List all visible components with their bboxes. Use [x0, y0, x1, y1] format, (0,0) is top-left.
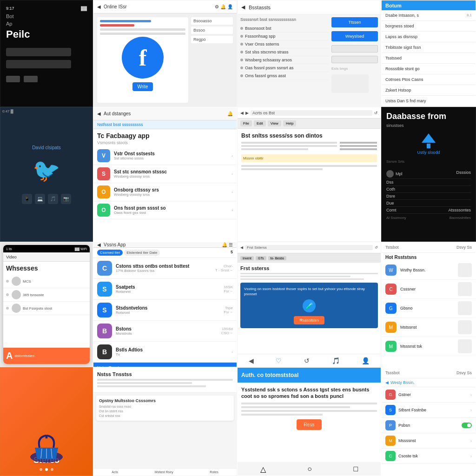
db-row-2[interactable]: Dss	[386, 179, 471, 186]
filter-tab-1[interactable]: Cssmed tter	[97, 250, 123, 256]
app-row-10-2[interactable]: S Ssatpets Rotsmmt 16SKFsr→	[93, 279, 237, 300]
app-icon-10-3: S	[97, 303, 112, 317]
top-nav-2: ◀ Online ISsr ⚙ 🔔 👤	[93, 0, 237, 13]
nav-rotes[interactable]: Rotes	[210, 470, 218, 474]
setting-row-5[interactable]: Wssberg sclssassy arsos	[240, 56, 329, 64]
forward-7[interactable]: ▶	[245, 111, 249, 115]
app-row-10-3[interactable]: S Stsdsntvelons Rotsront TspeFsr→	[93, 300, 237, 321]
url-11[interactable]: Frst Ssterss	[245, 245, 373, 250]
read-button-11[interactable]: Rsssstssn	[294, 316, 324, 324]
gray-input-1[interactable]	[331, 45, 378, 53]
list-row-9-1[interactable]: MCS	[3, 275, 90, 288]
nav-user-11[interactable]: 👤	[362, 357, 370, 364]
nav-heart-11[interactable]: ♡	[276, 357, 282, 364]
list-item-16-2[interactable]: S Stbsnt Fsstnbe ›	[382, 403, 476, 418]
input-bar-1[interactable]	[6, 48, 71, 56]
setting-row-7[interactable]: Oms fassnl gmss asst	[240, 72, 329, 80]
app-row-10-4[interactable]: B Bstons Msnstrots 19SSdCSO→	[93, 321, 237, 342]
nav-refresh-11[interactable]: ↺	[304, 357, 310, 364]
cell-white-list-2: Tstsbot Dsvy Ss Hot Rsststsns W Wsthy Bs…	[381, 242, 476, 367]
setting-row-3[interactable]: Vser Onss ssterns	[240, 40, 329, 48]
db-row-6[interactable]: ComtAtssssontes	[386, 207, 471, 214]
list-item-16-5[interactable]: C Csoste tsk ›	[382, 449, 476, 464]
db-footer: Al Ssomony Baonsstnttes	[386, 216, 471, 220]
item-icon-12-2: C	[385, 284, 397, 295]
nav-circle[interactable]: ○	[307, 465, 312, 474]
list-row-9-2[interactable]: 365 tsnsoste	[3, 288, 90, 302]
app-meta-10-4: 19SSdCSO→	[221, 327, 233, 335]
list-item-6[interactable]: Rossstble stsnt go	[382, 64, 476, 74]
refresh-7[interactable]: ↺	[374, 111, 378, 115]
tb-btn-11-3[interactable]: to- Besbs	[268, 256, 287, 260]
list-item-8[interactable]: Zskert Hstsop	[382, 85, 476, 96]
back-11[interactable]: ◀	[240, 245, 243, 250]
back-7[interactable]: ◀	[240, 111, 244, 115]
input-bar-2[interactable]	[6, 60, 71, 68]
refresh-11[interactable]: ↺	[375, 245, 378, 250]
list-item-1[interactable]: Dsabe Intsason, s8.1	[382, 10, 476, 21]
setting-row-2[interactable]: Fsssonhsag spp	[240, 33, 329, 40]
tb-btn-11-1[interactable]: Invent	[240, 256, 254, 260]
menu-item-3[interactable]: Regpo	[191, 36, 233, 43]
list-item-16-3[interactable]: P Psbsn	[382, 418, 476, 433]
menu-item-2[interactable]: Bssoo	[191, 26, 233, 34]
bottom-bar-10: Nstss Tnsstss	[93, 363, 237, 367]
db-row-4[interactable]: Dsre	[386, 193, 471, 200]
list-item-16-4[interactable]: M Mssssnst ›	[382, 433, 476, 449]
list-item-12-5[interactable]: M Msssnst tsk	[382, 337, 476, 356]
db-row-3[interactable]: Coth	[386, 186, 471, 193]
tb-btn-3[interactable]: View	[268, 120, 281, 126]
gray-input-2[interactable]	[331, 56, 378, 63]
db-row-1[interactable]: Mpl Dsssios	[386, 169, 471, 179]
cell-stereo: Stereo	[0, 367, 93, 476]
action-btn-2[interactable]: Wwyslsed	[331, 31, 378, 41]
table-left	[241, 142, 337, 152]
peilc-title: Peilc	[6, 28, 30, 40]
app-meta-10-5: ›	[231, 350, 233, 354]
list-item-12-4[interactable]: M Mstssnst	[382, 318, 476, 337]
tb-btn-1[interactable]: File	[240, 120, 252, 126]
app-row-6-1[interactable]: V Vstr Onst sstsests Sst sttcnmo sssss ›	[93, 147, 237, 165]
tb-btn-2[interactable]: Edit	[254, 120, 266, 126]
list-item-12-1[interactable]: W Wsthy Bsssn.	[382, 261, 476, 280]
list-text-2: 365 tsnsoste	[23, 293, 44, 297]
header-4: Botum	[385, 3, 402, 8]
app-row-10-5[interactable]: B Bstls Adtios Tv ›	[93, 342, 237, 363]
list-item-2[interactable]: borgness stoed	[382, 21, 476, 32]
app-row-6-3[interactable]: O Onsborg cttsssy srs Wssberg ctssssy sr…	[93, 183, 237, 201]
action-btn-1[interactable]: Ttssen	[331, 17, 378, 27]
nav-msltest[interactable]: Msltest Rsey	[155, 470, 173, 474]
setting-row-6[interactable]: Oas fsssnl pssm ssnsrt as	[240, 64, 329, 72]
app-row-6-4[interactable]: O Ons fssst psm sssst so Oass fssnt gss …	[93, 201, 237, 219]
nav-square[interactable]: □	[354, 465, 358, 474]
list-item-9[interactable]: Ustss Dan S fnd mary	[382, 96, 476, 106]
setting-row-1[interactable]: Bssonsoot bst	[240, 25, 329, 33]
tb-btn-4[interactable]: Help	[283, 120, 296, 126]
list-item-12-3[interactable]: G Gbsno	[382, 299, 476, 318]
list-item-5[interactable]: Tsstssed	[382, 53, 476, 64]
card-14-1[interactable]: Opstny Multsstoo Csssomrs Snststst rss s…	[96, 396, 234, 421]
nav-back-11[interactable]: ◀	[249, 357, 254, 364]
nav-acts[interactable]: Acts	[112, 470, 118, 474]
tb-btn-11-2[interactable]: GTs	[256, 256, 266, 260]
list-item-12-2[interactable]: C Csssner	[382, 280, 476, 299]
list-row-9-3[interactable]: Bst Fssrpsts stost	[3, 302, 90, 315]
url-7[interactable]: Acrts os Bst	[251, 110, 372, 116]
menu-item-1[interactable]: Bsooasso	[191, 17, 233, 25]
nav-tri[interactable]: △	[260, 465, 266, 474]
toggle-16-3[interactable]	[462, 423, 472, 428]
list-item-3[interactable]: Lapss as disnssp	[382, 32, 476, 42]
list-item-16-1[interactable]: G Gstner ›	[382, 387, 476, 403]
fb-f-letter: f	[139, 46, 147, 69]
app-row-6-2[interactable]: S Sst stc snnsmon stsssc Wssberg ctssssy…	[93, 165, 237, 183]
list-item-4[interactable]: Tnbitsste sigst fssn	[382, 42, 476, 53]
filter-tab-2[interactable]: Elstented tter Date	[124, 250, 160, 256]
read-button-15[interactable]: Ress	[297, 419, 322, 430]
setting-row-4[interactable]: Sst slss stscnmo strass	[240, 48, 329, 56]
db-row-5[interactable]: Due	[386, 200, 471, 207]
nav-music-11[interactable]: 🎵	[332, 357, 340, 364]
list-item-7[interactable]: Cotnses Ptos Casns	[382, 74, 476, 85]
write-button[interactable]: Write	[132, 82, 152, 91]
arrow-16-4: ›	[470, 438, 472, 443]
app-row-10-1[interactable]: C Cstons sttss ontbs ontsst bsttest 17% …	[93, 258, 237, 279]
